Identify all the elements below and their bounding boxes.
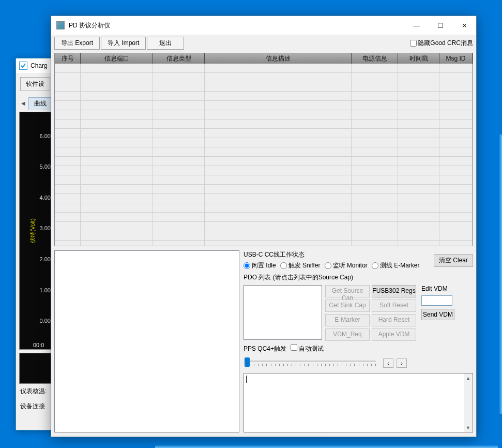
table-row[interactable] [55,147,473,157]
col-type[interactable]: 信息类型 [153,53,205,64]
table-row[interactable] [55,231,473,241]
grid-header: 序号 信息端口 信息类型 信息描述 电源信息 时间戳 Msg ID [55,53,473,64]
pdo-row: Get Source Cap FUSB302 Regs Get Sink Cap… [244,285,473,341]
edit-vdm-input[interactable] [421,295,452,306]
text-cursor-icon [246,376,247,383]
col-port[interactable]: 信息端口 [81,53,153,64]
hide-goodcrc-checkbox[interactable]: 隐藏Good CRC消息 [410,39,473,48]
y-axis-ticks: 0.00 1.00 2.00 3.00 4.00 5.00 6.00 [31,112,52,349]
tab-left-arrow-icon[interactable]: ◀ [21,100,25,106]
cc-state-radios: 闲置 Idle 触发 Sniffer 监听 Monitor 测线 E-Marke… [244,261,430,270]
pps-row: PPS QC4+触发 自动测试 [244,344,473,353]
apple-vdm-button[interactable]: Apple VDM [372,328,416,341]
table-row[interactable] [55,129,473,138]
cc-state-row: USB-C CC线工作状态 闲置 Idle 触发 Sniffer 监听 Moni… [244,250,473,270]
hard-reset-button[interactable]: Hard Reset [372,314,416,326]
import-button[interactable]: 导入 Import [101,37,146,50]
get-source-cap-button[interactable]: Get Source Cap [325,285,370,297]
table-row[interactable] [55,157,473,166]
pdo-label: PDO 列表 (请点击列表中的Source Cap) [244,273,473,282]
app-icon [56,21,65,29]
bg-title-text: Charg [31,62,48,69]
table-row[interactable] [55,222,473,231]
pdo-buttons: Get Source Cap FUSB302 Regs Get Sink Cap… [325,285,416,341]
exit-button[interactable]: 退出 [147,37,184,50]
hide-goodcrc-input[interactable] [410,40,417,47]
edit-vdm-label: Edit VDM [421,285,454,292]
radio-emarker[interactable]: 测线 E-Marker [372,261,420,270]
table-row[interactable] [55,82,473,92]
export-button[interactable]: 导出 Export [54,37,100,50]
table-row[interactable] [55,110,473,120]
bg-tab-curve[interactable]: 曲线 [28,97,52,110]
pdo-listbox[interactable] [244,285,322,340]
minimize-button[interactable]: — [405,18,429,33]
pps-slider[interactable] [244,356,378,370]
col-seq[interactable]: 序号 [55,53,81,64]
edit-vdm-column: Edit VDM Send VDM [421,285,454,320]
table-row[interactable] [55,203,473,213]
table-row[interactable] [55,175,473,185]
log-scrollbar[interactable]: ▲ ▼ [464,374,473,432]
table-row[interactable] [55,101,473,110]
desktop-edge-glow [499,135,502,414]
pd-analyzer-window: PD 协议分析仪 — ☐ ✕ 导出 Export 导入 Import 退出 隐藏… [51,16,477,437]
table-row[interactable] [55,73,473,82]
cc-state-label: USB-C CC线工作状态 [244,250,430,259]
table-row[interactable] [55,120,473,129]
table-row[interactable] [55,92,473,101]
hide-goodcrc-label: 隐藏Good CRC消息 [418,39,473,48]
right-panel: USB-C CC线工作状态 闲置 Idle 触发 Sniffer 监听 Moni… [244,250,473,432]
e-marker-button[interactable]: E-Marker [325,314,370,326]
radio-sniffer[interactable]: 触发 Sniffer [280,261,321,270]
step-left-button[interactable]: ‹ [383,359,393,368]
get-sink-cap-button[interactable]: Get Sink Cap [325,300,370,312]
lower-panel: USB-C CC线工作状态 闲置 Idle 触发 Sniffer 监听 Moni… [51,248,476,437]
radio-idle[interactable]: 闲置 Idle [244,261,276,270]
fusb302-regs-button[interactable]: FUSB302 Regs [372,285,416,297]
detail-box[interactable] [54,250,239,432]
scroll-up-icon[interactable]: ▲ [464,374,473,382]
pps-stepper: ‹ › [383,359,407,368]
send-vdm-button[interactable]: Send VDM [421,309,454,320]
table-row[interactable] [55,185,473,194]
pps-slider-row: ‹ › [244,356,473,370]
radio-monitor[interactable]: 监听 Monitor [325,261,368,270]
titlebar: PD 协议分析仪 — ☐ ✕ [51,16,476,35]
vdm-req-button[interactable]: VDM_Req [325,328,370,341]
bg-settings-button[interactable]: 软件设 [20,77,50,91]
clear-button[interactable]: 清空 Clear [434,254,473,267]
table-row[interactable] [55,138,473,147]
col-power[interactable]: 电源信息 [352,53,398,64]
table-row[interactable] [55,241,473,246]
table-row[interactable] [55,64,473,73]
log-textarea[interactable]: ▲ ▼ [244,373,473,432]
table-row[interactable] [55,213,473,222]
bg-app-icon [19,62,27,70]
close-button[interactable]: ✕ [452,18,476,33]
desktop-bottom-glow [155,445,498,448]
col-time[interactable]: 时间戳 [398,53,439,64]
x-axis-tick: 00:0 [33,342,44,348]
col-desc[interactable]: 信息描述 [205,53,352,64]
scroll-down-icon[interactable]: ▼ [464,423,473,432]
step-right-button[interactable]: › [397,359,407,368]
pps-label: PPS QC4+触发 [244,345,286,353]
window-title: PD 协议分析仪 [69,21,110,30]
col-msgid[interactable]: Msg ID [439,53,473,64]
table-row[interactable] [55,194,473,203]
auto-test-checkbox[interactable]: 自动测试 [291,344,324,353]
message-grid[interactable]: 序号 信息端口 信息类型 信息描述 电源信息 时间戳 Msg ID [54,53,473,246]
toolbar: 导出 Export 导入 Import 退出 隐藏Good CRC消息 [51,35,476,52]
soft-reset-button[interactable]: Soft Reset [372,300,416,312]
grid-body[interactable] [55,64,473,246]
maximize-button[interactable]: ☐ [429,18,452,33]
table-row[interactable] [55,166,473,175]
